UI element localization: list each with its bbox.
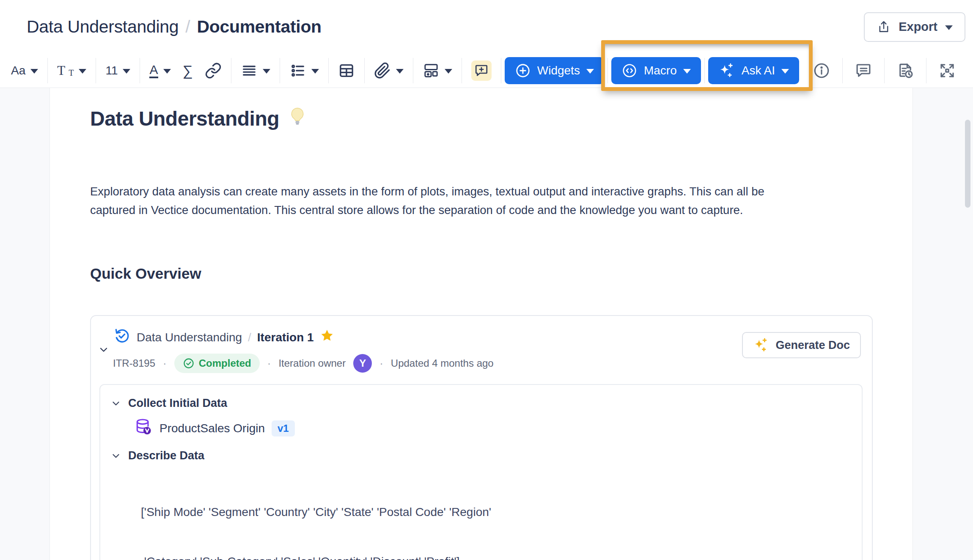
font-size-value: 11 [105, 64, 118, 77]
version-history-button[interactable] [888, 62, 923, 80]
document-title: Data Understanding [90, 107, 872, 131]
step-describe-data[interactable]: Describe Data [110, 449, 849, 462]
link-button[interactable] [199, 62, 228, 79]
table-icon [338, 62, 355, 79]
formula-icon: ∑ [183, 63, 193, 79]
font-size-dropdown[interactable]: 11 [99, 64, 136, 77]
document-paragraph[interactable]: Exploratory data analysis can create man… [90, 182, 872, 220]
export-button[interactable]: Export [864, 12, 965, 42]
paperclip-icon [374, 62, 391, 79]
align-dropdown[interactable] [235, 62, 276, 79]
attachment-dropdown[interactable] [368, 62, 410, 79]
toolbar-divider [704, 58, 705, 83]
dataset-name[interactable]: ProductSales Origin [159, 422, 265, 435]
align-icon [241, 62, 258, 79]
add-comment-button[interactable] [465, 60, 497, 81]
table-button[interactable] [332, 62, 361, 79]
chevron-down-icon [263, 69, 270, 74]
highlight-annotation-group: Macro Ask AI [611, 57, 799, 84]
iteration-phase-link[interactable]: Data Understanding [137, 331, 242, 344]
document-history-icon [896, 62, 914, 80]
text-type-dropdown[interactable]: T T [51, 63, 92, 78]
toolbar-right-group [804, 58, 965, 83]
ask-ai-button[interactable]: Ask AI [708, 57, 799, 84]
step-collect-initial-data[interactable]: Collect Initial Data [110, 397, 849, 410]
toolbar-divider [607, 58, 608, 83]
breadcrumb-project[interactable]: Data Understanding [27, 17, 179, 37]
add-comment-icon [471, 60, 492, 81]
chevron-down-icon [79, 69, 86, 74]
chevron-down-icon [163, 69, 171, 74]
avatar[interactable]: Y [353, 354, 372, 373]
toolbar-divider [462, 58, 462, 83]
toolbar-divider [328, 58, 329, 83]
toolbar-divider [842, 58, 843, 83]
generate-doc-label: Generate Doc [775, 339, 850, 352]
widgets-button[interactable]: Widgets [505, 57, 604, 84]
iteration-breadcrumb: Data Understanding / Iteration 1 [113, 327, 494, 348]
bullet-list-icon [289, 62, 306, 79]
breadcrumb-separator: / [185, 17, 190, 37]
formula-button[interactable]: ∑ [177, 63, 199, 79]
document-title-text: Data Understanding [90, 107, 279, 130]
export-icon [877, 20, 891, 34]
iteration-steps-panel: Collect Initial Data [99, 384, 863, 560]
text-color-icon: A [149, 63, 158, 78]
star-icon[interactable] [320, 329, 334, 346]
collapse-chevron-icon[interactable] [98, 344, 110, 357]
toolbar-divider [140, 58, 140, 83]
bulb-icon [288, 107, 307, 131]
editor-toolbar: Aa T T 11 A ∑ [0, 54, 973, 88]
chevron-down-icon [586, 69, 594, 74]
fullscreen-button[interactable] [930, 62, 965, 80]
toolbar-divider [926, 58, 926, 83]
chevron-down-icon [123, 69, 130, 74]
layout-dropdown[interactable] [417, 62, 458, 79]
font-style-dropdown[interactable]: Aa [5, 64, 44, 77]
chevron-down-icon [30, 69, 38, 74]
chevron-down-icon [781, 69, 789, 74]
overview-heading: Quick Overview [90, 265, 872, 282]
describe-data-output: ['Ship Mode' 'Segment' 'Country' 'City' … [141, 471, 849, 560]
toolbar-divider [364, 58, 365, 83]
ask-ai-label: Ask AI [742, 64, 775, 77]
document-canvas: Data Understanding Exploratory data anal… [0, 88, 973, 560]
toolbar-divider [501, 58, 501, 83]
chevron-down-icon [396, 69, 404, 74]
dataset-version-badge[interactable]: v1 [272, 420, 295, 436]
generate-doc-button[interactable]: Generate Doc [742, 332, 861, 358]
export-label: Export [899, 20, 937, 34]
text-type-icon: T [57, 63, 65, 78]
widgets-label: Widgets [537, 64, 580, 77]
link-icon [205, 62, 222, 79]
owner-label: Iteration owner [278, 357, 346, 369]
chevron-down-icon [445, 69, 452, 74]
list-dropdown[interactable] [283, 62, 325, 79]
iteration-meta-row: ITR-8195 · Completed · Iteration owner Y… [113, 354, 494, 373]
updated-timestamp: Updated 4 months ago [391, 357, 494, 369]
dataset-asset-row[interactable]: ProductSales Origin v1 [134, 417, 849, 439]
chevron-down-icon [683, 69, 691, 74]
comments-button[interactable] [846, 62, 881, 80]
info-button[interactable] [804, 62, 839, 80]
text-color-dropdown[interactable]: A [143, 63, 176, 78]
iteration-icon [113, 327, 131, 348]
comment-icon [855, 62, 872, 80]
fullscreen-icon [938, 62, 956, 80]
breadcrumb: Data Understanding / Documentation [27, 17, 322, 37]
macro-button[interactable]: Macro [611, 57, 701, 84]
chevron-down-icon [311, 69, 319, 74]
toolbar-divider [231, 58, 231, 83]
iteration-widget-card: Data Understanding / Iteration 1 ITR-819… [90, 315, 873, 560]
iteration-card-header: Data Understanding / Iteration 1 ITR-819… [91, 316, 872, 373]
iteration-name[interactable]: Iteration 1 [257, 331, 314, 344]
app-header: Data Understanding / Documentation Expor… [0, 0, 973, 54]
status-badge: Completed [174, 354, 260, 373]
info-icon [813, 62, 830, 80]
iteration-id: ITR-8195 [113, 357, 155, 369]
document-page[interactable]: Data Understanding Exploratory data anal… [49, 88, 913, 560]
toolbar-divider [96, 58, 96, 83]
vertical-scrollbar[interactable] [965, 120, 970, 208]
toolbar-divider [47, 58, 48, 83]
toolbar-divider [884, 58, 885, 83]
